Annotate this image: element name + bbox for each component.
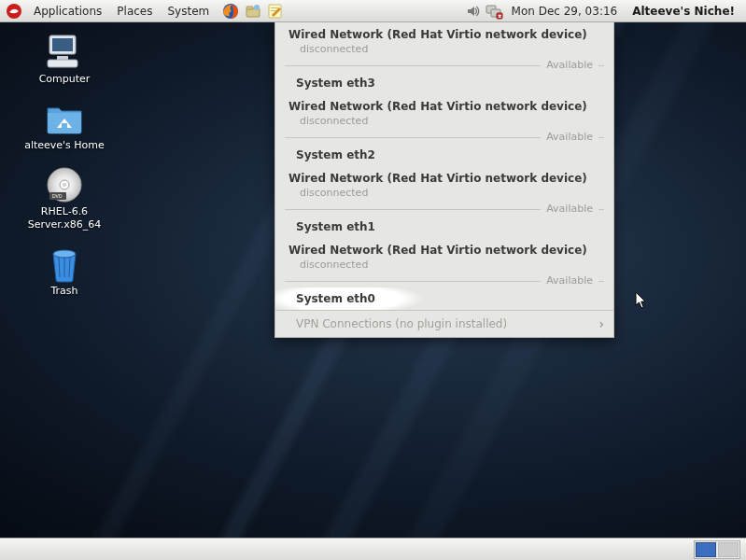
nm-device-label: Wired Network (Red Hat Virtio network de… <box>275 170 613 187</box>
file-manager-icon[interactable] <box>243 1 263 21</box>
text-editor-icon[interactable] <box>265 1 286 21</box>
desktop-icon-label: Trash <box>50 285 77 297</box>
desktop-icon-label: RHEL-6.6 Server.x86_64 <box>18 205 111 230</box>
desktop-icon-label: alteeve's Home <box>24 139 105 151</box>
workspace-2[interactable] <box>718 542 739 557</box>
svg-rect-13 <box>57 56 68 60</box>
network-manager-menu: Wired Network (Red Hat Virtio network de… <box>274 22 614 338</box>
home-folder-icon <box>42 98 87 139</box>
nm-vpn-label: VPN Connections (no plugin installed) <box>296 317 507 330</box>
chevron-right-icon: › <box>598 316 604 331</box>
nm-connection-eth3[interactable]: System eth3 <box>275 72 613 94</box>
computer-icon <box>42 32 87 73</box>
menu-places[interactable]: Places <box>109 2 160 21</box>
bottom-panel <box>0 538 746 560</box>
nm-connection-eth2[interactable]: System eth2 <box>275 144 613 166</box>
panel-clock[interactable]: Mon Dec 29, 03:16 <box>504 5 626 18</box>
trash-icon <box>42 244 87 285</box>
svg-point-21 <box>53 250 76 258</box>
nm-device-label: Wired Network (Red Hat Virtio network de… <box>275 98 613 115</box>
desktop-icon-label: Computer <box>39 73 91 85</box>
nm-device-label: Wired Network (Red Hat Virtio network de… <box>275 242 613 259</box>
nm-device-label: Wired Network (Red Hat Virtio network de… <box>275 26 613 43</box>
nm-status-label: disconnected <box>275 115 613 131</box>
nm-vpn-submenu[interactable]: VPN Connections (no plugin installed) › <box>275 310 613 337</box>
svg-rect-3 <box>246 7 253 9</box>
svg-rect-15 <box>62 123 67 129</box>
svg-text:DVD: DVD <box>52 193 63 199</box>
nm-connection-eth0[interactable]: System eth0 <box>275 287 613 310</box>
nm-divider: Available <box>285 59 604 72</box>
nm-divider: Available <box>285 131 604 144</box>
nm-status-label: disconnected <box>275 43 613 59</box>
workspace-1[interactable] <box>696 542 716 557</box>
nm-status-label: disconnected <box>275 187 613 203</box>
desktop-icon-home[interactable]: alteeve's Home <box>13 98 116 151</box>
nm-divider: Available <box>285 203 604 216</box>
svg-rect-14 <box>48 60 77 67</box>
menu-applications[interactable]: Applications <box>26 2 109 21</box>
desktop-icon-trash[interactable]: Trash <box>13 244 116 297</box>
nm-divider: Available <box>285 274 604 287</box>
panel-launchers <box>220 1 286 21</box>
distro-logo-icon[interactable] <box>4 1 24 21</box>
desktop-icons: Computer alteeve's Home <box>13 32 116 310</box>
desktop-icon-dvd[interactable]: DVD RHEL-6.6 Server.x86_64 <box>13 164 116 230</box>
desktop-icon-computer[interactable]: Computer <box>13 32 116 85</box>
svg-rect-7 <box>271 10 276 11</box>
svg-rect-6 <box>271 7 278 8</box>
firefox-icon[interactable] <box>220 1 241 21</box>
volume-icon[interactable] <box>465 3 482 20</box>
dvd-icon: DVD <box>42 164 87 205</box>
top-panel: Applications Places System <box>0 0 746 22</box>
menu-system[interactable]: System <box>160 2 217 21</box>
nm-status-label: disconnected <box>275 259 613 274</box>
svg-rect-12 <box>52 38 73 51</box>
system-tray <box>465 3 504 20</box>
workspace-switcher[interactable] <box>694 540 740 559</box>
panel-user-label[interactable]: Alteeve's Niche! <box>625 5 742 18</box>
network-manager-icon[interactable] <box>486 3 504 20</box>
mouse-cursor-icon <box>635 291 648 310</box>
svg-point-4 <box>254 5 260 10</box>
svg-point-18 <box>63 183 66 187</box>
nm-connection-eth1[interactable]: System eth1 <box>275 216 613 238</box>
